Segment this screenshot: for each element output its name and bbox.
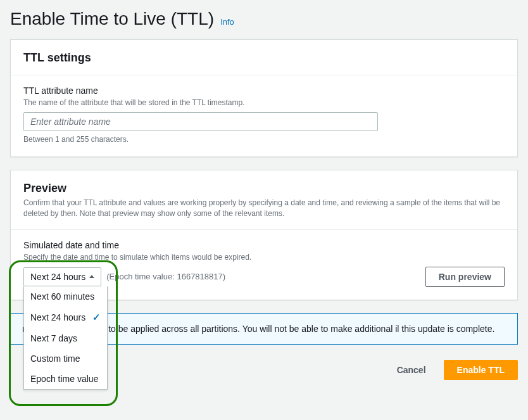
sim-date-desc: Specify the date and time to simulate wh… bbox=[23, 253, 505, 262]
run-preview-button[interactable]: Run preview bbox=[425, 267, 505, 287]
dropdown-item-label: Custom time bbox=[30, 353, 80, 364]
preview-body: Simulated date and time Specify the date… bbox=[11, 230, 517, 300]
info-link[interactable]: Info bbox=[220, 17, 234, 27]
sim-date-selected: Next 24 hours bbox=[30, 272, 85, 282]
dropdown-item[interactable]: Custom time bbox=[24, 348, 107, 369]
cancel-button[interactable]: Cancel bbox=[384, 360, 439, 379]
dropdown-item[interactable]: Epoch time value bbox=[24, 369, 107, 389]
ttl-settings-header: TTL settings bbox=[11, 40, 517, 75]
dropdown-item-label: Next 7 days bbox=[30, 333, 77, 343]
page-header: Enable Time to Live (TTL) Info bbox=[10, 0, 518, 39]
page-title: Enable Time to Live (TTL) bbox=[10, 9, 214, 29]
preview-panel: Preview Confirm that your TTL attribute … bbox=[10, 170, 518, 300]
ttl-settings-panel: TTL settings TTL attribute name The name… bbox=[10, 39, 518, 157]
ttl-attribute-constraint: Between 1 and 255 characters. bbox=[23, 135, 505, 144]
check-icon: ✓ bbox=[92, 312, 101, 323]
dropdown-item[interactable]: Next 7 days bbox=[24, 328, 107, 348]
dropdown-item[interactable]: Next 24 hours✓ bbox=[24, 307, 107, 328]
sim-date-dropdown: Next 24 hours Next 60 minutesNext 24 hou… bbox=[23, 267, 101, 286]
epoch-note: (Epoch time value: 1667818817) bbox=[106, 272, 225, 281]
caret-up-icon bbox=[89, 275, 94, 278]
sim-date-dropdown-menu: Next 60 minutesNext 24 hours✓Next 7 days… bbox=[23, 286, 108, 390]
preview-title: Preview bbox=[23, 182, 505, 195]
dropdown-item-label: Epoch time value bbox=[30, 374, 98, 384]
enable-ttl-button[interactable]: Enable TTL bbox=[444, 360, 518, 380]
ttl-settings-body: TTL attribute name The name of the attri… bbox=[11, 75, 517, 156]
sim-date-dropdown-button[interactable]: Next 24 hours bbox=[23, 267, 101, 286]
preview-controls-row: Next 24 hours Next 60 minutesNext 24 hou… bbox=[23, 267, 505, 287]
ttl-attribute-input[interactable] bbox=[23, 112, 378, 131]
preview-desc: Confirm that your TTL attribute and valu… bbox=[23, 198, 505, 219]
dropdown-item-label: Next 60 minutes bbox=[30, 291, 94, 302]
ttl-attribute-label: TTL attribute name bbox=[23, 86, 505, 96]
sim-date-label: Simulated date and time bbox=[23, 240, 505, 250]
ttl-attribute-desc: The name of the attribute that will be s… bbox=[23, 98, 505, 107]
ttl-settings-title: TTL settings bbox=[23, 51, 505, 65]
dropdown-item-label: Next 24 hours bbox=[30, 312, 85, 322]
preview-header: Preview Confirm that your TTL attribute … bbox=[11, 170, 517, 230]
dropdown-item[interactable]: Next 60 minutes bbox=[24, 286, 107, 307]
